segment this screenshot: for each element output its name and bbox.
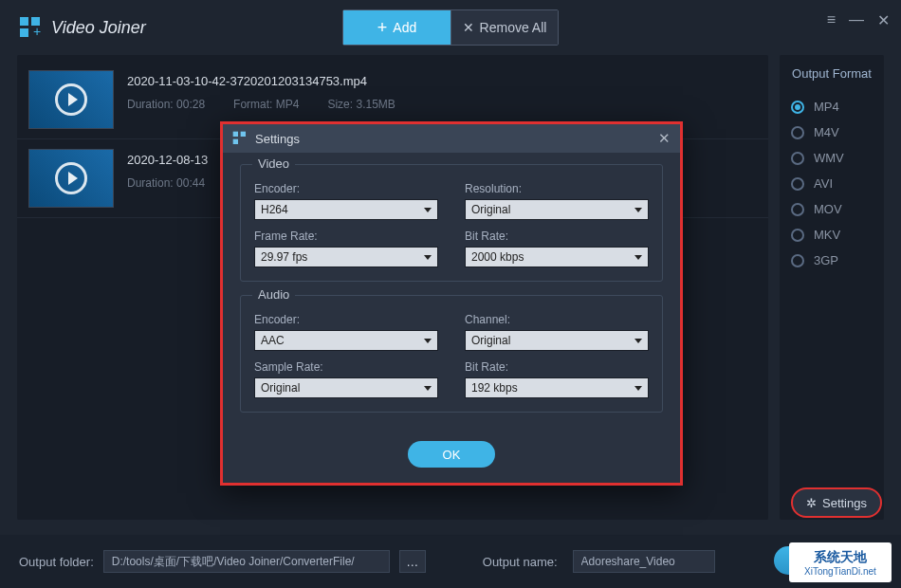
window-controls: ≡ — ✕: [827, 11, 890, 29]
chevron-down-icon: [634, 208, 642, 212]
output-folder-label: Output folder:: [19, 555, 94, 569]
format-label: WMV: [814, 151, 844, 165]
video-bitrate-label: Bit Rate:: [465, 230, 649, 243]
video-framerate-label: Frame Rate:: [254, 230, 438, 243]
dialog-body: Video Encoder: H264 Resolution: Original…: [223, 153, 680, 433]
video-encoder-select[interactable]: H264: [254, 199, 438, 220]
svg-rect-2: [20, 28, 28, 37]
audio-legend: Audio: [252, 287, 295, 302]
watermark: 系统天地 XiTongTianDi.net: [789, 542, 892, 582]
app-logo-icon: +: [19, 16, 42, 39]
browse-button[interactable]: …: [399, 550, 426, 573]
video-legend: Video: [252, 156, 295, 171]
video-resolution-label: Resolution:: [465, 182, 649, 195]
chevron-down-icon: [634, 339, 642, 343]
menu-icon[interactable]: ≡: [827, 11, 836, 29]
dialog-icon: [232, 131, 248, 146]
output-name-input[interactable]: [573, 550, 715, 573]
format-option-3gp[interactable]: 3GP: [789, 248, 874, 273]
audio-bitrate-label: Bit Rate:: [465, 360, 649, 374]
radio-icon: [791, 126, 804, 139]
close-icon[interactable]: ✕: [877, 11, 890, 29]
gear-icon: ✲: [806, 496, 817, 510]
titlebar: + Video Joiner + Add ✕ Remove All ≡ — ✕: [0, 0, 901, 55]
chevron-down-icon: [424, 255, 432, 260]
remove-label: Remove All: [480, 20, 547, 35]
chevron-down-icon: [634, 255, 642, 260]
plus-icon: +: [377, 18, 388, 38]
radio-icon: [791, 203, 804, 216]
bottom-bar: Output folder: … Output name:: [0, 535, 901, 588]
dialog-footer: OK: [223, 433, 680, 483]
video-resolution-select[interactable]: Original: [465, 199, 649, 220]
format-label: MKV: [814, 228, 840, 242]
output-name-label: Output name:: [483, 555, 558, 569]
chevron-down-icon: [634, 386, 642, 391]
chevron-down-icon: [424, 339, 432, 343]
play-icon: [55, 162, 87, 194]
dialog-titlebar: Settings ✕: [223, 124, 680, 153]
output-format-title: Output Format: [789, 66, 874, 81]
audio-group: Audio Encoder: AAC Channel: Original Sam…: [240, 295, 663, 413]
format-option-mp4[interactable]: MP4: [789, 94, 874, 119]
audio-encoder-label: Encoder:: [254, 313, 438, 326]
settings-button[interactable]: ✲ Settings: [791, 487, 882, 518]
radio-icon: [791, 177, 804, 191]
app-title: Video Joiner: [51, 18, 146, 38]
radio-icon: [791, 152, 804, 165]
video-framerate-select[interactable]: 29.97 fps: [254, 247, 438, 267]
file-meta: 2020-11-03-10-42-3720201203134753.mp4 Du…: [127, 70, 757, 129]
format-label: 3GP: [814, 253, 838, 267]
format-label: M4V: [814, 125, 839, 139]
svg-text:+: +: [33, 24, 41, 39]
file-name: 2020-11-03-10-42-3720201203134753.mp4: [127, 74, 757, 88]
audio-bitrate-select[interactable]: 192 kbps: [465, 377, 649, 398]
format-option-m4v[interactable]: M4V: [789, 119, 874, 145]
play-icon: [55, 83, 87, 116]
app-logo: + Video Joiner: [19, 16, 146, 39]
video-group: Video Encoder: H264 Resolution: Original…: [240, 164, 663, 282]
file-subinfo: Duration: 00:28 Format: MP4 Size: 3.15MB: [127, 98, 757, 111]
chevron-down-icon: [424, 386, 432, 391]
add-button[interactable]: + Add: [343, 10, 450, 45]
radio-icon: [791, 101, 804, 114]
radio-icon: [791, 229, 804, 242]
output-folder-input[interactable]: [103, 550, 390, 573]
settings-dialog: Settings ✕ Video Encoder: H264 Resolutio…: [220, 121, 683, 486]
minimize-icon[interactable]: —: [849, 11, 864, 29]
format-label: MP4: [814, 100, 839, 114]
dialog-title: Settings: [255, 132, 300, 146]
audio-samplerate-label: Sample Rate:: [254, 360, 438, 374]
svg-rect-5: [241, 132, 246, 137]
chevron-down-icon: [424, 208, 432, 212]
ok-button[interactable]: OK: [408, 441, 495, 468]
remove-all-button[interactable]: ✕ Remove All: [450, 10, 558, 45]
video-thumbnail[interactable]: [28, 149, 114, 208]
video-encoder-label: Encoder:: [254, 182, 438, 195]
video-bitrate-select[interactable]: 2000 kbps: [465, 247, 649, 267]
svg-rect-6: [233, 139, 238, 144]
radio-icon: [791, 254, 804, 267]
video-thumbnail[interactable]: [28, 70, 114, 129]
settings-label: Settings: [822, 496, 867, 510]
svg-rect-0: [20, 17, 28, 26]
format-label: AVI: [814, 176, 833, 191]
output-format-panel: Output Format MP4M4VWMVAVIMOVMKV3GP: [780, 55, 884, 520]
svg-rect-4: [233, 132, 238, 137]
audio-encoder-select[interactable]: AAC: [254, 330, 438, 351]
format-option-mkv[interactable]: MKV: [789, 222, 874, 248]
add-label: Add: [393, 20, 416, 35]
x-icon: ✕: [463, 20, 474, 35]
format-option-mov[interactable]: MOV: [789, 196, 874, 222]
dialog-close-icon[interactable]: ✕: [658, 130, 671, 147]
format-option-avi[interactable]: AVI: [789, 171, 874, 196]
format-option-wmv[interactable]: WMV: [789, 145, 874, 171]
audio-channel-label: Channel:: [465, 313, 649, 326]
audio-channel-select[interactable]: Original: [465, 330, 649, 351]
main-actions: + Add ✕ Remove All: [342, 9, 559, 46]
format-label: MOV: [814, 202, 842, 216]
audio-samplerate-select[interactable]: Original: [254, 377, 438, 398]
